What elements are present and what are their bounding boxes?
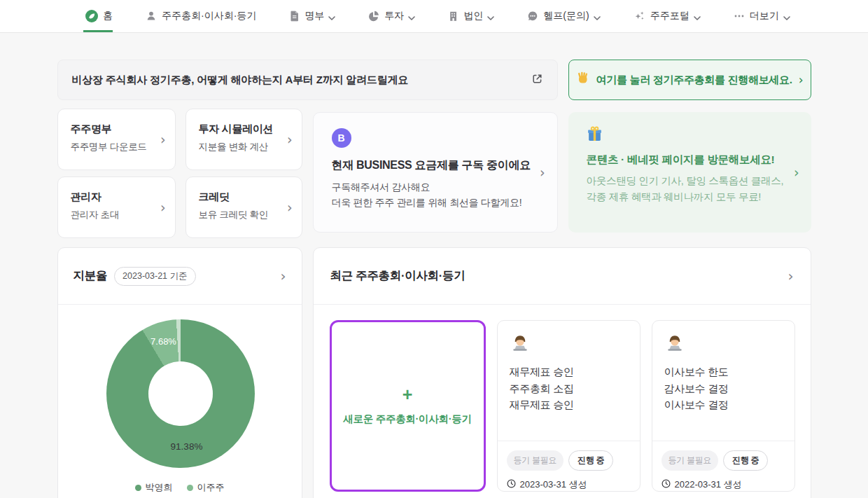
gift-emoji (587, 132, 603, 144)
quick-card-subtitle: 지분율 변화 계산 (199, 141, 292, 153)
agm-cta-banner[interactable]: 여기를 눌러 정기주주총회를 진행해보세요. › (568, 60, 811, 100)
quick-card-title: 주주명부 (71, 123, 165, 136)
waving-hand-emoji (576, 71, 590, 88)
nav-item-label: 더보기 (750, 10, 779, 22)
legend-dot (135, 485, 141, 491)
meeting-agenda-lines: 재무제표 승인 주주총회 소집 재무제표 승인 (510, 364, 628, 413)
pie-icon (368, 11, 379, 22)
quick-card-title: 크레딧 (199, 191, 292, 204)
quick-card-invest-simulation[interactable]: 투자 시뮬레이션 지분율 변화 계산 › (186, 109, 302, 170)
home-leaf-icon (85, 10, 98, 22)
chevron-right-icon: › (160, 133, 166, 146)
ownership-chart-zone: 7.68% 91.38% 박영희 이주주 (58, 305, 302, 498)
donut-label-large: 91.38% (171, 441, 203, 452)
quick-card-shareholder-list[interactable]: 주주명부 주주명부 다운로드 › (57, 109, 176, 170)
registration-status-badge: 등기 불필요 (507, 450, 564, 471)
benefit-card-body: 아웃스탠딩 인기 기사, 탈잉 스톡옵션 클래스, 각종 제휴 혜택과 웨비나까… (587, 173, 793, 205)
quick-card-title: 투자 시뮬레이션 (199, 123, 292, 136)
chevron-right-icon: › (799, 74, 804, 86)
nav-item-label: 주주포털 (650, 10, 690, 22)
person-icon (146, 11, 157, 22)
nav-item-label: 헬프(문의) (543, 10, 589, 22)
chevron-right-icon: › (794, 166, 799, 179)
notice-banner-text: 비상장 주식회사 정기주총, 어떻게 해야하는지 A부터 Z까지 알려드릴게요 (72, 74, 409, 87)
chevron-right-icon: › (160, 201, 166, 214)
quick-card-subtitle: 보유 크레딧 확인 (199, 209, 292, 221)
more-dots-icon (734, 11, 745, 22)
benefit-promo-card[interactable]: 콘텐츠 · 베네핏 페이지를 방문해보세요! 아웃스탠딩 인기 기사, 탈잉 스… (568, 112, 811, 233)
chevron-down-icon (487, 11, 494, 22)
nav-item-label: 명부 (304, 10, 324, 22)
nav-item-meetings[interactable]: 주주총회·이사회·등기 (146, 0, 256, 32)
nav-item-label: 홈 (103, 10, 113, 22)
plan-card-title: 현재 BUSINESS 요금제를 구독 중이에요 (332, 158, 539, 173)
chevron-right-icon: › (287, 201, 293, 214)
meeting-card[interactable]: 재무제표 승인 주주총회 소집 재무제표 승인 등기 불필요 진행 중 2023… (497, 320, 640, 492)
nav-item-corporation[interactable]: 법인 (448, 0, 494, 32)
chevron-down-icon (594, 11, 601, 22)
legend-item: 박영희 (135, 481, 173, 494)
nav-item-investment[interactable]: 투자 (368, 0, 415, 32)
progress-status-badge: 진행 중 (568, 450, 613, 471)
chevron-right-icon[interactable]: › (281, 269, 286, 283)
plan-card-body: 구독해주셔서 감사해요 더욱 편한 주주 관리를 위해 최선을 다할게요! (332, 179, 539, 210)
nav-item-label: 법인 (463, 10, 483, 22)
chat-icon (527, 11, 538, 22)
ownership-donut: 7.68% 91.38% (106, 319, 255, 468)
legend-dot (187, 485, 193, 491)
chevron-right-icon[interactable]: › (788, 269, 794, 283)
external-link-icon (531, 73, 543, 88)
chevron-down-icon (694, 11, 701, 22)
quick-card-subtitle: 관리자 초대 (71, 209, 165, 221)
technologist-emoji (664, 342, 685, 354)
document-icon (289, 11, 300, 22)
chevron-down-icon (328, 11, 335, 22)
nav-item-label: 투자 (384, 10, 404, 22)
legend-label: 박영희 (146, 481, 173, 494)
registration-status-badge: 등기 불필요 (662, 450, 719, 471)
ownership-title: 지분율 (74, 268, 108, 284)
benefit-card-title: 콘텐츠 · 베네핏 페이지를 방문해보세요! (587, 153, 793, 167)
nav-item-register[interactable]: 명부 (289, 0, 335, 32)
nav-item-label: 주주총회·이사회·등기 (162, 10, 256, 22)
technologist-emoji (510, 342, 531, 354)
legend-item: 이주주 (187, 481, 225, 494)
meetings-section-title: 최근 주주총회·이사회·등기 (330, 268, 465, 284)
quick-card-subtitle: 주주명부 다운로드 (71, 141, 165, 153)
progress-status-badge: 진행 중 (723, 450, 768, 471)
chevron-right-icon: › (287, 133, 293, 146)
main-nav: 홈 주주총회·이사회·등기 명부 투자 법인 (85, 0, 790, 32)
nav-item-home[interactable]: 홈 (85, 0, 113, 32)
new-meeting-card[interactable]: + 새로운 주주총회·이사회·등기 (330, 320, 486, 492)
chevron-right-icon: › (540, 166, 545, 179)
quick-card-credit[interactable]: 크레딧 보유 크레딧 확인 › (186, 177, 302, 238)
chevron-down-icon (408, 11, 415, 22)
recent-meetings-panel: 최근 주주총회·이사회·등기 › + 새로운 주주총회·이사회·등기 재무제표 … (313, 247, 811, 498)
clock-icon (662, 479, 671, 490)
top-nav-bar: 홈 주주총회·이사회·등기 명부 투자 법인 (0, 0, 868, 33)
chevron-down-icon (783, 11, 790, 22)
nav-item-help[interactable]: 헬프(문의) (527, 0, 600, 32)
meeting-card[interactable]: 이사보수 한도 감사보수 결정 이사보수 결정 등기 불필요 진행 중 2022… (652, 320, 795, 492)
donut-label-small: 7.68% (150, 336, 176, 347)
nav-item-more[interactable]: 더보기 (734, 0, 790, 32)
clock-icon (507, 479, 516, 490)
legend-label: 이주주 (197, 481, 225, 494)
created-date: 2023-03-31 생성 (520, 478, 587, 491)
created-date: 2022-03-31 생성 (675, 478, 742, 491)
quick-links-grid: 주주명부 주주명부 다운로드 › 투자 시뮬레이션 지분율 변화 계산 › 관리… (57, 109, 302, 238)
donut-hole (148, 361, 213, 426)
ownership-panel: 지분율 2023-03-21 기준 › 7.68% 91.38% 박영희 (57, 247, 302, 498)
new-meeting-label: 새로운 주주총회·이사회·등기 (343, 413, 471, 426)
meeting-agenda-lines: 이사보수 한도 감사보수 결정 이사보수 결정 (664, 364, 783, 413)
notice-banner[interactable]: 비상장 주식회사 정기주총, 어떻게 해야하는지 A부터 Z까지 알려드릴게요 (57, 60, 558, 100)
agm-banner-text: 여기를 눌러 정기주주총회를 진행해보세요. (596, 74, 792, 87)
subscription-plan-card[interactable]: B 현재 BUSINESS 요금제를 구독 중이에요 구독해주셔서 감사해요 더… (313, 112, 558, 233)
nav-item-shareholder-portal[interactable]: 주주포털 (634, 0, 701, 32)
building-icon (448, 11, 458, 22)
quick-card-admin[interactable]: 관리자 관리자 초대 › (57, 177, 176, 238)
chart-legend: 박영희 이주주 (58, 481, 302, 494)
plus-icon: + (402, 386, 413, 403)
sparkles-icon (634, 11, 645, 22)
as-of-date-badge: 2023-03-21 기준 (114, 267, 195, 286)
